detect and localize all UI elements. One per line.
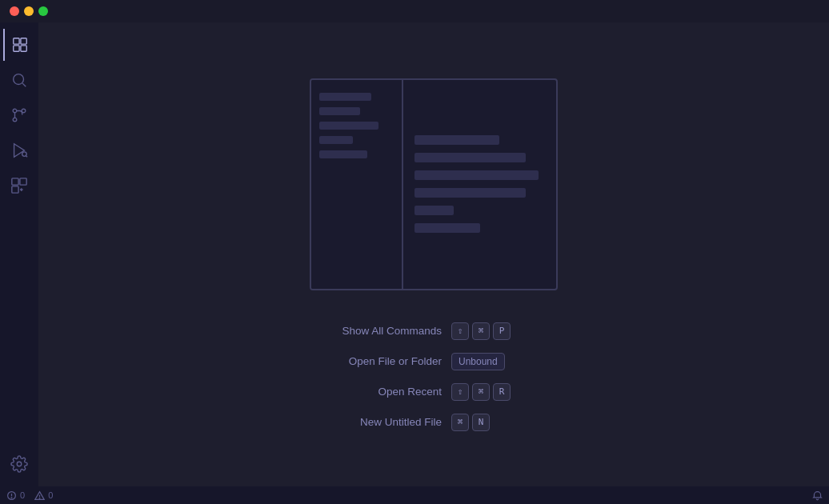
shortcut-label: Open File or Folder — [306, 355, 442, 367]
warning-count: 0 — [48, 490, 53, 500]
illus-left-panel — [311, 80, 403, 289]
error-icon — [6, 490, 17, 501]
statusbar: 0 0 — [0, 486, 829, 504]
vscode-illustration — [310, 78, 558, 290]
svg-rect-2 — [14, 46, 19, 51]
key-cmd: ⌘ — [472, 322, 490, 340]
key-p: P — [493, 322, 511, 340]
svg-rect-14 — [12, 186, 18, 193]
illus-bar — [319, 107, 360, 115]
svg-rect-13 — [20, 178, 26, 185]
warning-icon — [34, 490, 45, 501]
maximize-button[interactable] — [38, 6, 48, 16]
svg-point-15 — [17, 462, 22, 466]
svg-line-11 — [26, 155, 27, 157]
sidebar-item-explorer[interactable] — [3, 29, 35, 61]
shortcuts-section: Show All Commands ⇧ ⌘ P Open File or Fol… — [306, 322, 562, 431]
shortcut-keys: ⇧ ⌘ R — [451, 383, 511, 401]
statusbar-right — [812, 490, 823, 501]
sidebar-item-source-control[interactable] — [3, 99, 35, 131]
illus-bar — [319, 136, 353, 144]
bell-button[interactable] — [812, 490, 823, 501]
shortcut-label: Open Recent — [306, 386, 442, 398]
illus-line — [414, 170, 539, 180]
status-errors[interactable]: 0 — [6, 490, 25, 501]
content-area: Show All Commands ⇧ ⌘ P Open File or Fol… — [38, 22, 829, 486]
svg-point-18 — [11, 497, 12, 498]
svg-point-6 — [13, 109, 17, 113]
svg-point-4 — [14, 74, 24, 85]
error-count: 0 — [20, 490, 25, 500]
sidebar-item-run[interactable] — [3, 134, 35, 166]
status-warnings[interactable]: 0 — [34, 490, 53, 501]
illus-right-panel — [403, 80, 556, 289]
key-n: N — [472, 414, 490, 431]
sidebar-item-extensions[interactable] — [3, 170, 35, 202]
illus-line — [414, 206, 454, 215]
bell-icon — [812, 490, 823, 501]
shortcut-keys: Unbound — [451, 353, 505, 370]
key-cmd: ⌘ — [451, 414, 469, 431]
illus-line — [414, 135, 499, 145]
sidebar — [0, 22, 38, 486]
shortcut-keys: ⌘ N — [451, 414, 490, 431]
shortcut-keys: ⇧ ⌘ P — [451, 322, 511, 340]
svg-rect-1 — [21, 38, 26, 44]
shortcut-open-file[interactable]: Open File or Folder Unbound — [306, 353, 562, 370]
svg-point-7 — [13, 118, 17, 122]
key-r: R — [493, 383, 511, 401]
close-button[interactable] — [10, 6, 19, 16]
svg-rect-3 — [21, 46, 26, 51]
svg-line-5 — [22, 83, 26, 86]
shortcut-label: Show All Commands — [306, 325, 442, 337]
illus-line — [414, 153, 526, 162]
main-layout: Show All Commands ⇧ ⌘ P Open File or Fol… — [0, 22, 829, 486]
shortcut-open-recent[interactable]: Open Recent ⇧ ⌘ R — [306, 383, 562, 401]
illus-line — [414, 188, 526, 198]
sidebar-item-settings[interactable] — [3, 448, 35, 480]
svg-rect-0 — [14, 38, 19, 44]
sidebar-bottom — [3, 448, 35, 480]
svg-point-21 — [39, 498, 40, 498]
illus-bar — [319, 122, 378, 130]
key-unbound: Unbound — [451, 353, 505, 370]
illustration-frame — [310, 78, 558, 290]
shortcut-show-all-commands[interactable]: Show All Commands ⇧ ⌘ P — [306, 322, 562, 340]
key-shift: ⇧ — [451, 383, 469, 401]
illus-bar — [319, 93, 371, 101]
illus-line — [414, 223, 480, 233]
titlebar — [0, 0, 829, 22]
key-cmd: ⌘ — [472, 383, 490, 401]
shortcut-new-file[interactable]: New Untitled File ⌘ N — [306, 414, 562, 431]
minimize-button[interactable] — [24, 6, 34, 16]
key-shift: ⇧ — [451, 322, 469, 340]
traffic-lights — [10, 6, 48, 16]
svg-rect-12 — [12, 178, 18, 185]
illus-bar — [319, 150, 367, 158]
shortcut-label: New Untitled File — [306, 416, 442, 428]
sidebar-item-search[interactable] — [3, 64, 35, 96]
